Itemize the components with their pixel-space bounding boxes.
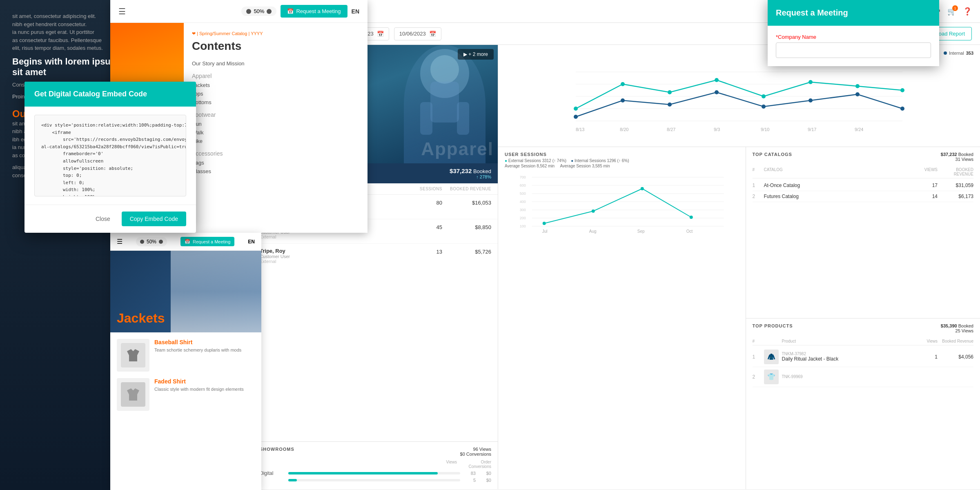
svg-text:8/13: 8/13 [576, 127, 584, 132]
bottom-zoom-dot-l [140, 240, 144, 244]
svg-text:Sep: Sep [637, 229, 645, 234]
calendar-icon-from: 📅 [377, 31, 384, 37]
svg-text:8/27: 8/27 [667, 127, 675, 132]
trend-line-chart: 8/13 8/20 8/27 9/3 9/10 9/17 9/24 [505, 60, 973, 133]
internal-dot [944, 51, 947, 55]
hamburger-icon-bottom[interactable]: ☰ [117, 238, 122, 245]
svg-text:700: 700 [520, 175, 526, 179]
bottom-catalog-panel: ☰ 50% 📅 Request a Meeting EN Jackets [110, 233, 261, 490]
showrooms-section: SHOWROOMS 96 Views $0 Conversions Views … [253, 441, 498, 489]
copy-embed-button[interactable]: Copy Embed Code [122, 212, 186, 226]
list-item: 5 $0 [260, 478, 491, 483]
catalog-section-accessories: Accessories Bags Glasses [192, 150, 359, 176]
svg-point-24 [900, 107, 904, 111]
svg-rect-1 [430, 82, 459, 122]
list-item: 1 At-Once Catalog 17 $31,059 [753, 180, 974, 191]
top-products-kpi: $35,390 Booked 25 Views [941, 323, 973, 333]
hamburger-menu-icon[interactable]: ☰ [118, 7, 126, 16]
embed-dialog-header: Get Digital Catalog Embed Code [24, 82, 196, 107]
top-products-header: TOP PRODUCTS $35,390 Booked 25 Views [753, 323, 974, 333]
svg-text:300: 300 [520, 208, 526, 212]
showroom-progress [288, 479, 460, 481]
showrooms-header: SHOWROOMS 96 Views $0 Conversions [260, 447, 491, 457]
product-thumbnail: 🧥 [764, 350, 779, 364]
svg-point-18 [621, 98, 625, 102]
zoom-dot-left [246, 9, 251, 14]
product-info: TNK-99969 [782, 374, 918, 379]
svg-point-22 [808, 98, 813, 102]
bar-chart: 700 600 500 400 300 200 100 [505, 172, 739, 234]
showroom-progress [288, 472, 460, 474]
calendar-icon: 📅 [287, 8, 294, 14]
request-meeting-body: *Company Name [768, 26, 939, 66]
svg-point-46 [543, 222, 546, 225]
bottom-meeting-button[interactable]: 📅 Request a Meeting [180, 237, 234, 246]
shirt2-img [121, 382, 145, 407]
svg-text:500: 500 [520, 192, 526, 196]
bottom-catalog-hero: Jackets [110, 251, 261, 332]
top-catalogs-section: TOP CATALOGS $37,232 Booked 31 Views # C… [746, 147, 980, 318]
svg-point-13 [762, 94, 766, 98]
embed-code-block[interactable]: <div style='position:relative;width:100%… [34, 115, 186, 196]
svg-text:8/20: 8/20 [620, 127, 628, 132]
svg-point-47 [592, 209, 595, 213]
bottom-row: USER SESSIONS ● External Sessions 3312 (… [498, 147, 980, 489]
user-cell: Tripe, Roy Customer User External [260, 248, 410, 264]
svg-rect-2 [420, 102, 432, 135]
help-button[interactable]: ❓ [963, 7, 972, 16]
showrooms-kpi: 96 Views $0 Conversions [460, 447, 491, 457]
catalog-modal-header: ☰ 50% 📅 Request a Meeting EN [110, 0, 368, 23]
close-button[interactable]: Close [89, 212, 117, 225]
catalog-right-content: ❤ | Spring/Summer Catalog | YYYY Content… [184, 23, 368, 231]
svg-point-21 [762, 105, 766, 109]
shirt-img [121, 343, 145, 368]
showrooms-col-headers: Views Order Conversions [260, 460, 491, 469]
svg-text:Oct: Oct [686, 229, 693, 234]
request-meeting-button[interactable]: 📅 Request a Meeting [281, 5, 347, 18]
company-name-label: *Company Name [776, 34, 931, 40]
ext-session-info: ● External Sessions 3312 (↑ 74%) ● Inter… [505, 158, 739, 163]
usage-badge: ▶ + 2 more [458, 49, 494, 60]
svg-point-12 [715, 78, 719, 82]
dashboard-right-col: External 533 Internal 353 [498, 45, 980, 489]
bottom-catalog-content: Jackets Baseball Shirt Team schortie sch… [110, 251, 261, 488]
cart-button[interactable]: 🛒 1 [947, 7, 956, 16]
request-meeting-header: Request a Meeting [768, 0, 939, 26]
bottom-zoom-control: 50% [136, 237, 167, 246]
svg-point-19 [668, 102, 672, 107]
bottom-calendar-icon: 📅 [185, 239, 190, 244]
svg-text:9/17: 9/17 [808, 127, 816, 132]
embed-dialog: Get Digital Catalog Embed Code <div styl… [24, 82, 196, 233]
svg-point-49 [690, 216, 693, 219]
bottom-catalog-header: ☰ 50% 📅 Request a Meeting EN [110, 233, 261, 251]
bottom-zoom-dot-r [159, 240, 163, 244]
svg-point-15 [855, 84, 860, 88]
svg-text:200: 200 [520, 216, 526, 220]
company-name-input[interactable] [776, 42, 931, 58]
top-products-table-header: # Product Views Booked Revenue [753, 337, 974, 345]
top-catalogs-header: TOP CATALOGS $37,232 Booked 31 Views [753, 152, 974, 162]
embed-dialog-footer: Close Copy Embed Code [24, 205, 196, 233]
svg-text:600: 600 [520, 183, 526, 187]
svg-point-17 [574, 115, 578, 119]
request-meeting-overlay: Request a Meeting *Company Name [768, 0, 939, 66]
list-item: Baseball Shirt Team schortie schemery du… [117, 339, 255, 372]
svg-point-11 [668, 90, 672, 94]
catalog-section-apparel: Apparel Jackets Tops Bottoms [192, 73, 359, 107]
list-item: 2 👕 TNK-99969 [753, 367, 974, 387]
bottom-right-panels: TOP CATALOGS $37,232 Booked 31 Views # C… [746, 147, 980, 489]
catalog-section-footwear: Footwear Run Walk Hike [192, 111, 359, 145]
users-kpi: $37,232 Booked ↑ 278% [450, 167, 491, 179]
svg-point-9 [574, 107, 578, 111]
date-to-field[interactable]: 10/06/2023 📅 [394, 27, 441, 40]
svg-rect-3 [457, 102, 469, 135]
internal-legend: Internal 353 [944, 51, 973, 56]
zoom-dot-right [267, 9, 272, 14]
list-item: 2 Futures Catalog 14 $6,173 [753, 191, 974, 202]
svg-text:Jul: Jul [542, 229, 548, 234]
list-item: 1 🧥 TNKM-37982 Daily Ritual Jacket - Bla… [753, 347, 974, 367]
svg-text:9/3: 9/3 [714, 127, 720, 132]
bottom-products: Baseball Shirt Team schortie schemery du… [110, 332, 261, 424]
top-products-section: TOP PRODUCTS $35,390 Booked 25 Views # P… [746, 318, 980, 490]
svg-point-14 [808, 80, 813, 84]
